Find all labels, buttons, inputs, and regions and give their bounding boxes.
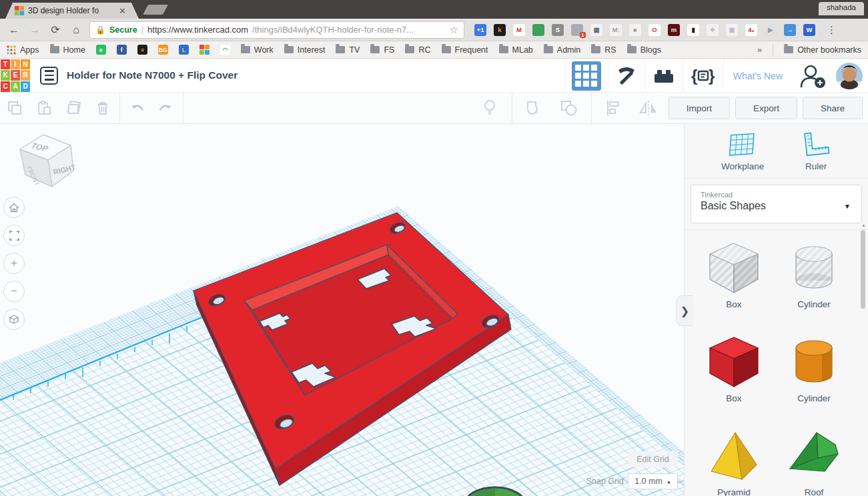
dropdown-value: Basic Shapes [701, 200, 852, 212]
zoom-out-button[interactable]: − [3, 281, 25, 302]
viewport-nav: + − [3, 197, 25, 330]
duplicate-button[interactable] [59, 100, 88, 116]
shape-cylinder-hole[interactable]: Cylinder [774, 239, 854, 309]
circuits-button[interactable]: { } [683, 59, 723, 93]
bookmark-folder-tv[interactable]: TV [336, 45, 360, 55]
bookmark-folder-frequent[interactable]: Frequent [442, 45, 488, 55]
apps-shortcut[interactable]: Apps [7, 45, 39, 55]
extension-k-icon[interactable]: k [494, 24, 506, 36]
bookmark-folder-rs[interactable]: RS [591, 45, 616, 55]
extension-mask-icon[interactable]: m [668, 24, 680, 36]
shape-box-hole[interactable]: Box [694, 239, 774, 309]
properties-list-button[interactable] [40, 67, 58, 85]
chrome-profile-badge[interactable]: shahada [819, 2, 864, 15]
3d-viewport[interactable]: TOP RIGHT FRONT + − Edit Grid Snap Grid … [0, 124, 684, 496]
bookmark-l-icon[interactable]: L [179, 45, 189, 55]
extension-push-icon[interactable]: → [784, 24, 796, 36]
whats-new-link[interactable]: What's New [723, 59, 792, 93]
forward-icon[interactable]: → [27, 24, 42, 36]
edit-grid-button[interactable]: Edit Grid [628, 451, 678, 467]
workplane-tool[interactable]: Workplane [721, 131, 764, 171]
bookmark-star-icon[interactable]: ☆ [450, 24, 458, 36]
perspective-toggle-button[interactable] [3, 309, 25, 330]
other-bookmarks[interactable]: Other bookmarks [784, 45, 861, 55]
ungroup-button[interactable] [554, 99, 584, 117]
browser-tab-bar: 3D design Holder fo ✕ shahada [0, 0, 868, 19]
home-icon[interactable]: ⌂ [69, 24, 83, 36]
bookmark-leaf-icon[interactable]: ◠ [220, 45, 230, 55]
extension-opera-icon[interactable]: O [648, 24, 661, 36]
extension-gmail-icon[interactable]: M [513, 24, 525, 36]
bookmark-evernote-icon[interactable]: e [96, 45, 106, 55]
redo-button[interactable] [151, 101, 181, 115]
shape-category-dropdown[interactable]: Tinkercad Basic Shapes ▼ [691, 185, 862, 223]
copy-button[interactable] [0, 100, 29, 116]
group-button[interactable] [520, 99, 549, 117]
tab-close-icon[interactable]: ✕ [119, 7, 126, 15]
minecraft-button[interactable] [608, 59, 644, 93]
extension-w-icon[interactable]: W [803, 24, 815, 36]
scroll-up-icon[interactable]: ▲ [861, 223, 867, 227]
extension-play-icon[interactable]: ▶ [765, 24, 777, 36]
shape-roof[interactable]: Roof [774, 427, 854, 496]
delete-button[interactable] [88, 100, 117, 116]
bookmark-tinkercad-icon[interactable] [199, 45, 209, 55]
bookmark-folder-blogs[interactable]: Blogs [627, 45, 661, 55]
panel-scrollbar[interactable]: ▲ [861, 223, 867, 489]
bookmark-folder-work[interactable]: Work [241, 45, 274, 55]
extension-m-colon-icon[interactable]: M: [610, 24, 622, 36]
user-avatar[interactable] [836, 63, 863, 89]
new-tab-button[interactable] [143, 5, 168, 15]
url-input[interactable]: 🔒 Secure | https://www.tinkercad.com /th… [89, 21, 464, 39]
bookmark-folder-mlab[interactable]: MLab [499, 45, 533, 55]
lego-button[interactable] [644, 59, 683, 93]
bookmark-folder-home[interactable]: Home [50, 45, 85, 55]
bookmark-folder-interest[interactable]: Interest [284, 45, 326, 55]
extension-doc-icon[interactable]: ▮ [687, 24, 699, 36]
browser-tab[interactable]: 3D design Holder fo ✕ [5, 3, 139, 19]
extension-evernote-icon[interactable]: e [629, 24, 641, 36]
extension-camera-icon[interactable]: ▣ [726, 24, 738, 36]
shape-pyramid[interactable]: Pyramid [694, 427, 774, 496]
fit-view-button[interactable] [3, 225, 25, 246]
chrome-menu-icon[interactable]: ⋮ [827, 24, 837, 36]
back-icon[interactable]: ← [7, 24, 21, 36]
bookmarks-overflow-icon[interactable]: » [757, 45, 762, 55]
shape-box-solid[interactable]: Box [694, 333, 774, 403]
mirror-button[interactable] [634, 99, 663, 117]
undo-button[interactable] [122, 101, 151, 115]
align-button[interactable] [599, 99, 628, 117]
panel-collapse-handle[interactable]: ❯ [676, 295, 693, 326]
design-title[interactable]: Holder for Note N7000 + Flip Cover [67, 69, 238, 81]
extension-bell-icon[interactable]: 1 [571, 24, 583, 36]
home-view-button[interactable] [3, 197, 25, 218]
extension-s-icon[interactable]: S [552, 24, 564, 36]
share-button[interactable]: Share [803, 97, 863, 119]
extension-green-icon[interactable] [532, 24, 544, 36]
invite-button[interactable] [792, 59, 833, 93]
bookmark-folder-admin[interactable]: Admin [544, 45, 580, 55]
bookmark-facebook-icon[interactable]: f [117, 45, 127, 55]
bookmark-bg-icon[interactable]: BG [158, 45, 168, 55]
reload-icon[interactable]: ⟳ [48, 23, 63, 36]
zoom-in-button[interactable]: + [3, 253, 25, 274]
bookmark-folder-rc[interactable]: RC [405, 45, 430, 55]
ruler-tool[interactable]: Ruler [801, 131, 831, 171]
tinkercad-logo[interactable]: T I N K E R C A D [0, 59, 31, 93]
extension-4chan-icon[interactable]: 4₆ [745, 24, 757, 36]
import-button[interactable]: Import [669, 97, 730, 119]
shape-cylinder-solid[interactable]: Cylinder [774, 333, 854, 403]
export-button[interactable]: Export [735, 97, 797, 119]
snap-grid-select[interactable]: 1.0 mm ▲ [628, 473, 678, 489]
extension-qr-icon[interactable]: ▦ [590, 24, 602, 36]
extension-plusone-icon[interactable]: +1 [474, 24, 486, 36]
extension-dove-icon[interactable]: ❖ [707, 24, 719, 36]
bookmark-bag-icon[interactable]: ≡ [137, 45, 147, 55]
dashboard-grid-button[interactable] [572, 61, 601, 91]
address-bar: ← → ⟳ ⌂ 🔒 Secure | https://www.tinkercad… [0, 19, 868, 41]
view-cube[interactable]: TOP RIGHT FRONT [5, 125, 80, 200]
scrollbar-thumb[interactable] [861, 230, 865, 309]
bookmark-folder-fs[interactable]: FS [370, 45, 394, 55]
paste-button[interactable] [29, 100, 59, 116]
show-all-button[interactable] [475, 99, 504, 117]
